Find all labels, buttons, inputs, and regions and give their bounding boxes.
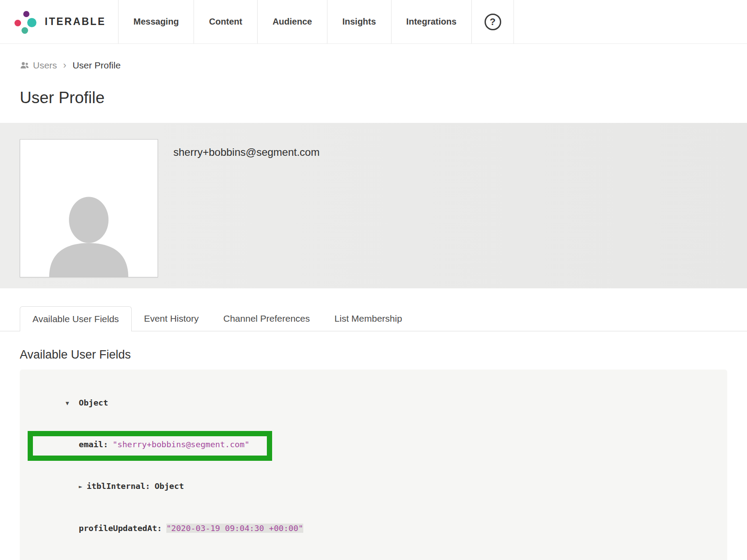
user-fields-object-viewer: ▼Object email:"sherry+bobbins@segment.co… <box>20 370 727 560</box>
nav-spacer <box>514 0 747 43</box>
colon: : <box>157 524 162 533</box>
nav-item-content[interactable]: Content <box>194 0 258 43</box>
field-key: itblInternal <box>86 481 145 491</box>
tab-channel-preferences[interactable]: Channel Preferences <box>211 306 322 331</box>
nav-item-insights[interactable]: Insights <box>327 0 391 43</box>
field-key: profileUpdatedAt <box>79 524 157 533</box>
chevron-right-icon: › <box>63 60 66 71</box>
field-value: "2020-03-19 09:04:30 +00:00" <box>166 524 303 533</box>
logo-dot-red <box>14 20 21 26</box>
nav-item-audience[interactable]: Audience <box>258 0 327 43</box>
tab-list-membership[interactable]: List Membership <box>322 306 414 331</box>
field-row-profileupdatedat: profileUpdatedAt:"2020-03-19 09:04:30 +0… <box>33 507 714 549</box>
field-value: Object <box>154 481 184 491</box>
expand-icon[interactable]: ► <box>79 480 83 494</box>
tab-event-history[interactable]: Event History <box>132 306 211 331</box>
top-navigation: ITERABLE Messaging Content Audience Insi… <box>0 0 747 44</box>
avatar-silhouette-icon <box>34 191 144 277</box>
iterable-logo[interactable]: ITERABLE <box>0 0 119 43</box>
breadcrumb-current: User Profile <box>72 60 121 71</box>
nav-item-messaging[interactable]: Messaging <box>119 0 194 43</box>
tab-available-user-fields[interactable]: Available User Fields <box>20 306 132 331</box>
avatar <box>20 139 158 277</box>
profile-tabs: Available User Fields Event History Chan… <box>0 306 747 331</box>
breadcrumb: Users › User Profile <box>20 60 747 71</box>
logo-dot-teal <box>27 18 36 27</box>
collapse-icon[interactable]: ▼ <box>66 396 74 410</box>
iterable-logo-icon <box>12 9 39 35</box>
field-row-order-completed: order_completed_last_30days:true <box>33 549 714 560</box>
breadcrumb-users-link[interactable]: Users <box>20 60 57 71</box>
breadcrumb-users-label: Users <box>33 60 57 71</box>
profile-header-section: sherry+bobbins@segment.com <box>0 123 747 288</box>
object-root-label: Object <box>79 398 108 407</box>
user-email: sherry+bobbins@segment.com <box>173 146 320 288</box>
help-icon: ? <box>485 14 501 30</box>
logo-dot-green <box>22 27 28 34</box>
help-button[interactable]: ? <box>472 0 514 43</box>
logo-dot-purple <box>23 11 29 17</box>
colon: : <box>145 481 150 491</box>
nav-item-integrations[interactable]: Integrations <box>391 0 472 43</box>
brand-name: ITERABLE <box>45 16 106 28</box>
field-row-itblinternal: ►itblInternal:Object <box>33 465 714 507</box>
section-heading: Available User Fields <box>20 348 747 362</box>
highlight-annotation-box <box>28 431 272 461</box>
object-root-row: ▼Object <box>33 382 714 424</box>
page-title: User Profile <box>20 89 747 107</box>
users-icon <box>20 61 29 69</box>
